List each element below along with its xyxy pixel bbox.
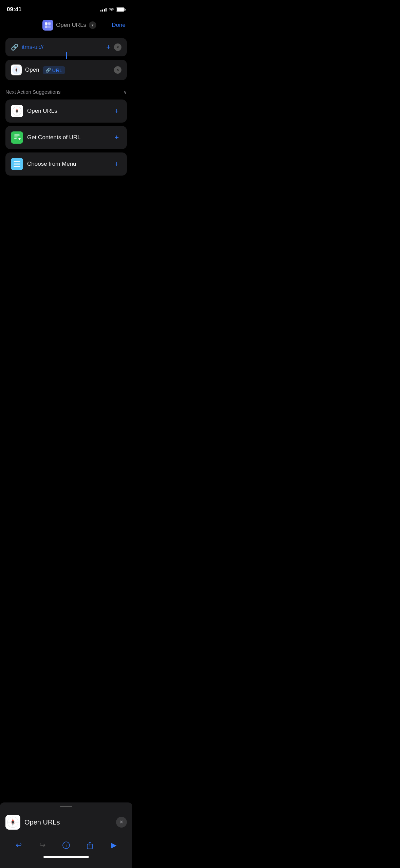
- url-badge-label: URL: [52, 67, 62, 73]
- svg-rect-1: [48, 22, 51, 25]
- suggestion-icon-get-contents: [11, 131, 23, 144]
- add-variable-button[interactable]: +: [106, 43, 111, 52]
- dropdown-button[interactable]: ▾: [89, 21, 96, 29]
- nav-title-text: Open URLs: [56, 22, 86, 29]
- url-variable-badge[interactable]: 🔗 URL: [43, 66, 65, 74]
- content-spacer: [0, 182, 132, 257]
- svg-point-17: [16, 110, 18, 112]
- url-badge-link-icon: 🔗: [45, 68, 51, 73]
- action-open-label: Open: [25, 67, 39, 73]
- svg-rect-19: [14, 134, 20, 135]
- svg-rect-20: [14, 137, 18, 138]
- suggestions-section: Next Action Suggestions ∨ Open URLs +: [0, 84, 132, 182]
- main-content: 🔗 itms-ui:// + × Open 🔗 URL ×: [0, 35, 132, 84]
- nav-bar: Open URLs ▾ Done: [0, 17, 132, 35]
- suggestion-item-get-contents[interactable]: Get Contents of URL +: [5, 126, 127, 149]
- status-bar: 09:41 100: [0, 0, 132, 17]
- suggestion-icon-choose-menu: [11, 158, 23, 170]
- suggestion-icon-safari: [11, 105, 23, 117]
- clear-input-button[interactable]: ×: [114, 43, 121, 51]
- suggestions-header: Next Action Suggestions ∨: [5, 89, 127, 95]
- suggestion-label-0: Open URLs: [27, 108, 108, 114]
- suggestion-label-1: Get Contents of URL: [27, 134, 108, 141]
- svg-rect-0: [45, 22, 47, 25]
- cursor: [66, 52, 67, 59]
- safari-action-icon: [11, 65, 22, 75]
- svg-rect-18: [11, 131, 23, 144]
- suggestion-item-choose-menu[interactable]: Choose from Menu +: [5, 152, 127, 176]
- battery-icon: 100: [116, 7, 126, 12]
- status-icons: 100: [100, 7, 126, 12]
- url-input-value[interactable]: itms-ui://: [22, 44, 101, 51]
- chevron-down-icon: ▾: [92, 23, 94, 28]
- svg-rect-2: [45, 25, 47, 28]
- svg-point-10: [16, 69, 17, 71]
- svg-rect-25: [14, 164, 20, 165]
- svg-rect-26: [14, 166, 20, 167]
- done-button[interactable]: Done: [112, 22, 126, 29]
- suggestion-add-0[interactable]: +: [112, 106, 121, 116]
- action-row[interactable]: Open 🔗 URL ×: [5, 60, 127, 80]
- suggestions-title: Next Action Suggestions: [5, 89, 61, 95]
- suggestion-label-2: Choose from Menu: [27, 161, 108, 167]
- link-icon: 🔗: [11, 43, 18, 51]
- suggestions-collapse-icon[interactable]: ∨: [123, 89, 127, 95]
- suggestion-item-open-urls[interactable]: Open URLs +: [5, 100, 127, 123]
- input-row[interactable]: 🔗 itms-ui:// + ×: [5, 38, 127, 56]
- nav-title: Open URLs ▾: [42, 20, 96, 31]
- shortcut-icon: [42, 20, 53, 31]
- svg-rect-3: [48, 25, 51, 28]
- suggestion-add-2[interactable]: +: [112, 159, 121, 169]
- status-time: 09:41: [7, 6, 21, 13]
- svg-rect-24: [14, 161, 20, 162]
- wifi-icon: [109, 7, 114, 12]
- svg-rect-21: [14, 138, 17, 139]
- signal-icon: [100, 7, 107, 12]
- clear-action-button[interactable]: ×: [114, 66, 121, 74]
- suggestion-add-1[interactable]: +: [112, 133, 121, 142]
